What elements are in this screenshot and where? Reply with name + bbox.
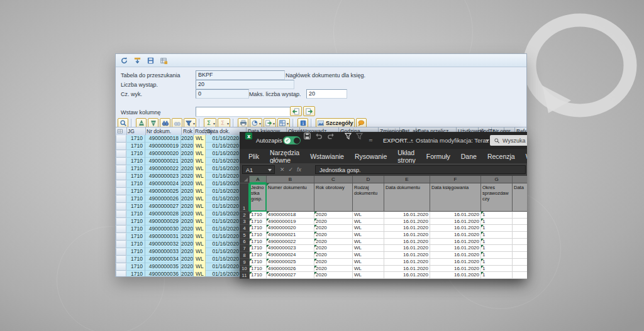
table-cell[interactable]: WL [194,188,206,195]
row-select-cell[interactable] [116,150,126,158]
row-select-cell[interactable] [116,173,126,180]
select-all-corner[interactable] [240,176,250,183]
table-cell[interactable]: 1710 [126,248,145,256]
table-cell[interactable]: WL [194,135,206,143]
sheet-cell[interactable]: 2020 [314,239,353,246]
table-cell[interactable]: 1710 [126,210,145,218]
fx-icon[interactable]: fx [297,166,301,173]
dropdown-arrow-icon[interactable]: ▾ [287,121,289,126]
table-cell[interactable]: 2020 [181,195,194,203]
table-row[interactable]: 171049000000312020WL01/16/2020 [116,233,260,241]
sheet-cell[interactable]: 1 [481,252,513,259]
table-cell[interactable]: 1710 [126,180,145,188]
sheet-cell[interactable]: 4900000022 [267,239,314,246]
table-row[interactable]: 171049000000292020WL01/16/2020 [116,218,260,225]
sheet-cell[interactable]: WL [353,245,384,252]
table-row[interactable]: 171049000000322020WL01/16/2020 [116,241,260,248]
table-cell[interactable]: 4900000028 [145,210,181,218]
sheet-cell[interactable]: WL [353,272,384,279]
row-select-cell[interactable] [116,248,126,256]
sheet-cell[interactable]: 2020 [314,245,353,252]
table-cell[interactable]: 2020 [181,256,194,263]
table-cell[interactable]: 4900000032 [145,241,181,248]
table-row[interactable]: 171049000000302020WL01/16/2020 [116,225,260,233]
tab-plik[interactable]: Plik [248,153,259,160]
row-select-cell[interactable] [116,143,126,150]
row-number[interactable]: 4 [240,225,250,232]
sheet-cell[interactable]: 1710 [250,245,267,252]
sheet-cell[interactable]: 1 [481,219,513,225]
sheet-cell[interactable] [513,212,527,219]
column-header-A[interactable]: A [250,176,267,183]
table-cell[interactable]: 4900000022 [145,165,181,173]
table-cell[interactable]: WL [194,173,206,180]
sheet-cell[interactable]: 1 [481,232,513,239]
table-settings-grid-icon[interactable] [117,128,123,134]
table-cell[interactable]: 4900000029 [145,218,181,225]
table-row[interactable]: 171049000000202020WL01/16/2020 [116,150,260,158]
append-column-button[interactable] [303,106,315,116]
sheet-cell[interactable]: WL [353,212,384,219]
table-cell[interactable]: 1710 [126,150,145,158]
sheet-cell[interactable]: 16.01.2020 [430,219,481,225]
table-row[interactable]: 171049000000232020WL01/16/2020 [116,173,260,180]
sheet-cell[interactable]: 1710 [250,232,267,239]
row-select-cell[interactable] [116,195,126,203]
table-cell[interactable]: WL [194,143,206,150]
sheet-cell[interactable]: 16.01.2020 [384,252,430,259]
column-header-D[interactable]: D [353,176,384,183]
sheet-cell[interactable]: WL [353,232,384,239]
table-cell[interactable]: WL [194,225,206,233]
insert-column-button[interactable] [290,106,302,116]
sheet-cell[interactable]: 1710 [250,225,267,232]
row-select-cell[interactable] [116,218,126,225]
table-cell[interactable]: 1710 [126,143,145,150]
dropdown-arrow-icon[interactable]: ▾ [259,121,261,126]
sheet-cell[interactable]: Data księgowania [430,183,481,212]
sheet-cell[interactable]: 1710 [250,212,267,219]
sheet-cell[interactable]: 2020 [314,252,353,259]
qat-customize-icon[interactable]: ≂ [369,132,373,149]
sheet-cell[interactable] [513,239,527,246]
sap-column-header[interactable]: JG [128,128,135,134]
tab-formu-y[interactable]: Formuły [426,153,450,160]
sheet-cell[interactable] [513,266,527,273]
table-cell[interactable]: 4900000034 [145,256,181,263]
row-select-cell[interactable] [116,233,126,241]
table-cell[interactable]: WL [194,158,206,165]
table-row[interactable]: 171049000000242020WL01/16/2020 [116,180,260,188]
table-cell[interactable]: 1710 [126,135,145,143]
table-cell[interactable]: 4900000023 [145,173,181,180]
sheet-cell[interactable]: 1 [481,212,513,219]
sheet-cell[interactable]: 1710 [250,252,267,259]
table-cell[interactable]: 4900000025 [145,188,181,195]
refresh-icon[interactable] [120,57,128,65]
table-cell[interactable]: 1710 [126,165,145,173]
dropdown-arrow-icon[interactable]: ▾ [227,121,229,126]
sheet-cell[interactable]: 16.01.2020 [384,212,430,219]
sheet-cell[interactable]: 16.01.2020 [430,239,481,246]
sheet-cell[interactable]: Rodzaj dokumentu [353,183,384,212]
table-cell[interactable]: WL [194,263,206,271]
sheet-cell[interactable]: 4900000018 [267,212,314,219]
table-cell[interactable]: WL [194,210,206,218]
row-select-cell[interactable] [116,210,126,218]
sheet-cell[interactable]: 16.01.2020 [384,232,430,239]
table-cell[interactable]: 4900000036 [145,271,181,277]
dropdown-arrow-icon[interactable]: ▾ [213,121,215,126]
tab-wstawianie[interactable]: Wstawianie [310,153,344,160]
sheet-cell[interactable] [513,219,527,225]
sheet-cell[interactable]: 16.01.2020 [384,219,430,225]
tab-uk-ad-strony[interactable]: Układ strony [397,149,416,164]
sheet-cell[interactable]: Data [513,183,527,212]
sheet-cell[interactable]: Okres sprawozdawczy [481,183,513,212]
sheet-cell[interactable]: 16.01.2020 [384,225,430,232]
sheet-cell[interactable]: 4900000025 [267,259,314,266]
sheet-cell[interactable]: 1 [481,266,513,273]
sheet-cell[interactable]: 1 [481,259,513,266]
table-row[interactable]: 171049000000352020WL01/16/2020 [116,263,260,271]
table-cell[interactable]: WL [194,256,206,263]
row-select-cell[interactable] [116,135,126,143]
row-number[interactable]: 6 [240,239,250,246]
table-row[interactable]: 171049000000182020WL01/16/2020 [116,135,260,143]
